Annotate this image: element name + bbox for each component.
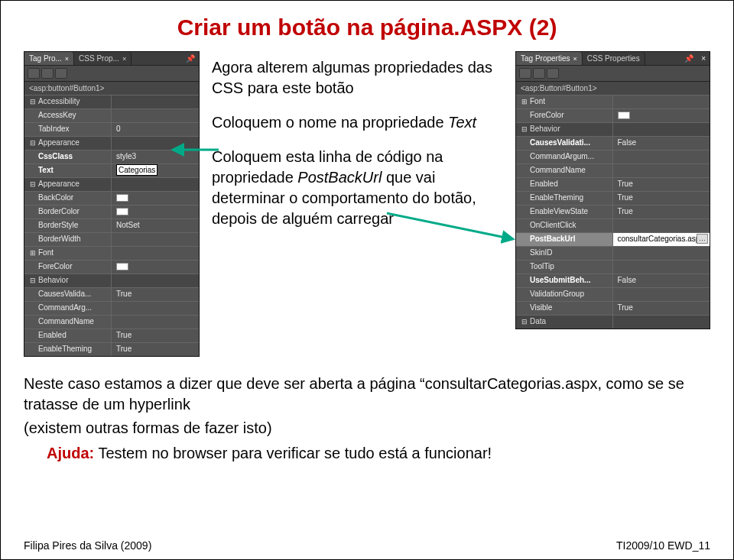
property-value[interactable] — [112, 316, 199, 329]
property-value[interactable]: True — [112, 288, 199, 301]
property-value[interactable]: True — [112, 343, 199, 356]
property-value[interactable] — [112, 247, 199, 260]
expander-icon[interactable]: ⊟ — [521, 318, 528, 325]
property-value[interactable]: Categorias — [112, 164, 199, 177]
ellipsis-button[interactable]: … — [697, 234, 708, 244]
property-value[interactable] — [112, 137, 199, 150]
property-value[interactable] — [112, 178, 199, 191]
property-row[interactable]: EnableThemingTrue — [24, 342, 199, 356]
property-value[interactable] — [112, 274, 199, 287]
color-swatch[interactable] — [618, 112, 630, 119]
property-value[interactable] — [613, 247, 710, 260]
property-value[interactable] — [112, 261, 199, 274]
property-value[interactable] — [613, 288, 710, 301]
property-row[interactable]: ForeColor — [24, 260, 199, 274]
property-value[interactable]: True — [613, 206, 710, 218]
property-row[interactable]: AccessKey — [24, 108, 199, 122]
toolbar-button[interactable] — [55, 68, 67, 79]
property-row[interactable]: UseSubmitBeh...False — [516, 274, 710, 287]
property-value[interactable] — [613, 123, 710, 136]
toolbar-button[interactable] — [41, 68, 54, 79]
property-row[interactable]: ValidationGroup — [516, 287, 710, 301]
property-category[interactable]: ⊟Behavior — [24, 274, 199, 287]
pin-icon[interactable]: 📌 — [182, 54, 199, 63]
property-row[interactable]: TextCategorias — [24, 163, 199, 177]
property-value[interactable]: NotSet — [112, 219, 199, 232]
property-value[interactable] — [613, 95, 710, 108]
property-row[interactable]: CommandArgum... — [516, 150, 710, 163]
property-value[interactable] — [112, 109, 199, 122]
property-row[interactable]: TabIndex0 — [24, 122, 199, 136]
property-row[interactable]: EnabledTrue — [24, 329, 199, 342]
property-value[interactable] — [613, 164, 710, 177]
property-row[interactable]: BorderStyleNotSet — [24, 218, 199, 232]
tab-tag-properties[interactable]: Tag Pro... × — [24, 52, 74, 65]
toolbar-button[interactable] — [547, 68, 559, 79]
tab-css-properties[interactable]: CSS Prop... × — [74, 52, 132, 65]
color-swatch[interactable] — [116, 194, 128, 202]
expander-icon[interactable]: ⊞ — [521, 98, 528, 105]
close-panel-icon[interactable]: × — [697, 54, 710, 63]
property-row[interactable]: CssClassstyle3 — [24, 150, 199, 163]
property-value[interactable]: True — [613, 178, 710, 191]
property-row[interactable]: CommandName — [24, 315, 199, 329]
property-value[interactable] — [112, 206, 199, 218]
property-value[interactable] — [112, 95, 199, 108]
property-row[interactable]: CommandName — [516, 163, 710, 177]
pin-icon[interactable]: 📌 — [680, 54, 697, 63]
property-value[interactable] — [112, 192, 199, 205]
property-value[interactable]: 0 — [112, 123, 199, 136]
property-value[interactable]: True — [613, 192, 710, 205]
color-swatch[interactable] — [116, 263, 128, 270]
close-icon[interactable]: × — [65, 55, 69, 63]
expander-icon[interactable]: ⊟ — [29, 277, 37, 284]
property-value[interactable] — [613, 109, 710, 122]
property-value[interactable]: True — [613, 302, 710, 315]
property-row[interactable]: SkinID — [516, 246, 710, 260]
expander-icon[interactable]: ⊟ — [29, 180, 37, 188]
tab-tag-properties[interactable]: Tag Properties × — [516, 52, 583, 65]
property-value[interactable] — [613, 261, 710, 274]
tab-css-properties[interactable]: CSS Properties — [583, 52, 645, 65]
property-value[interactable]: False — [613, 274, 710, 287]
property-category[interactable]: ⊟Appearance — [24, 177, 199, 191]
property-value[interactable] — [112, 302, 199, 315]
property-value[interactable] — [112, 233, 199, 246]
property-row[interactable]: EnableThemingTrue — [516, 191, 710, 205]
property-value[interactable]: True — [112, 329, 199, 342]
property-value-editing[interactable]: Categorias — [116, 164, 158, 176]
property-row[interactable]: ToolTip — [516, 260, 710, 274]
color-swatch[interactable] — [116, 208, 128, 215]
property-row[interactable]: EnabledTrue — [516, 177, 710, 191]
property-value[interactable]: consultarCategorias.aspx… — [613, 233, 710, 246]
property-value[interactable]: style3 — [112, 151, 199, 163]
property-value[interactable] — [613, 219, 710, 232]
property-value[interactable] — [613, 316, 710, 329]
property-row[interactable]: CausesValidati...False — [516, 136, 710, 150]
close-icon[interactable]: × — [122, 55, 126, 63]
property-row[interactable]: ⊞Font — [516, 95, 710, 108]
property-value[interactable]: False — [613, 137, 710, 150]
property-category[interactable]: ⊟Appearance — [24, 136, 199, 150]
close-icon[interactable]: × — [573, 55, 576, 63]
property-row[interactable]: BackColor — [24, 191, 199, 205]
toolbar-button[interactable] — [533, 68, 545, 79]
expander-icon[interactable]: ⊟ — [521, 125, 528, 133]
property-row[interactable]: CommandArg... — [24, 301, 199, 315]
property-row[interactable]: ForeColor — [516, 108, 710, 122]
expander-icon[interactable]: ⊞ — [29, 249, 37, 257]
property-row[interactable]: VisibleTrue — [516, 301, 710, 315]
expander-icon[interactable]: ⊟ — [29, 139, 37, 147]
property-category[interactable]: ⊟Accessibility — [24, 95, 199, 108]
property-row[interactable]: BorderWidth — [24, 232, 199, 246]
property-value[interactable] — [613, 151, 710, 163]
expander-icon[interactable]: ⊟ — [29, 98, 37, 105]
property-row[interactable]: CausesValida...True — [24, 287, 199, 301]
property-row[interactable]: ⊞Font — [24, 246, 199, 260]
property-row[interactable]: OnClientClick — [516, 218, 710, 232]
property-category[interactable]: ⊟Behavior — [516, 122, 710, 136]
property-category[interactable]: ⊟Data — [516, 315, 710, 329]
property-row[interactable]: EnableViewStateTrue — [516, 205, 710, 218]
property-row[interactable]: BorderColor — [24, 205, 199, 218]
toolbar-button[interactable] — [28, 68, 40, 79]
